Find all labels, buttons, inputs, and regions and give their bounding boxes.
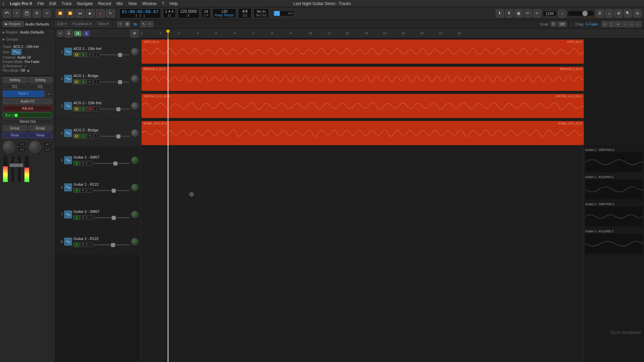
stereo-out-btn[interactable]: Stereo Out bbox=[3, 119, 52, 124]
menu-view[interactable]: View bbox=[128, 1, 137, 6]
record-btn-2[interactable]: R bbox=[87, 79, 93, 84]
flex-arrow[interactable]: ◀ bbox=[26, 69, 29, 72]
fader-line-7[interactable] bbox=[94, 217, 130, 218]
waveform-clip-1[interactable]: 15TH_01.4 15TH_01.4 bbox=[142, 40, 584, 64]
mute-btn-3[interactable]: M bbox=[73, 107, 79, 111]
fader-line-2[interactable] bbox=[100, 81, 130, 82]
speaker-btn[interactable]: ♪ bbox=[558, 9, 566, 17]
eq-btn-2[interactable]: EQ bbox=[28, 84, 52, 89]
fader-handle-1[interactable] bbox=[118, 53, 122, 57]
read-btn-2[interactable]: Read bbox=[28, 132, 52, 138]
help-btn[interactable]: ? bbox=[13, 9, 21, 17]
toggle-btn2[interactable]: | bbox=[608, 21, 614, 27]
record-btn-4[interactable]: R bbox=[87, 134, 93, 138]
timeline-ruler[interactable]: 1 2 3 4 5 6 7 8 9 10 11 12 13 14 15 16 1 bbox=[141, 29, 644, 38]
adlimit-btn[interactable]: AdLimit bbox=[3, 106, 52, 111]
menu-edit[interactable]: Edit bbox=[49, 1, 56, 6]
waveform-clip-4[interactable]: bridge_10.6_01.4 bridge_10.6_01.4 bbox=[142, 121, 584, 145]
read-btn-1[interactable]: Read bbox=[3, 132, 27, 138]
waveform-track-7[interactable] bbox=[141, 201, 584, 228]
input-btn[interactable]: Input 1 bbox=[3, 90, 44, 97]
pan-knob-track-1[interactable] bbox=[131, 48, 139, 55]
setting-btn-2[interactable]: Setting bbox=[28, 77, 52, 83]
setting-btn-1[interactable]: Setting bbox=[3, 77, 27, 83]
comp-btn[interactable]: ▦ bbox=[515, 9, 523, 17]
arrow-tool[interactable]: ↖ bbox=[141, 21, 147, 27]
export-btn[interactable]: ⬆ bbox=[505, 9, 513, 17]
fader-thumb-1[interactable] bbox=[10, 164, 16, 167]
solo-btn-1[interactable]: S bbox=[80, 52, 86, 57]
mixer-btn[interactable]: ☰ bbox=[596, 9, 604, 17]
record-btn-5[interactable]: R bbox=[80, 161, 86, 166]
waveform-track-6[interactable] bbox=[141, 174, 584, 201]
input-monitor-1[interactable]: I bbox=[94, 52, 100, 57]
toggle-btn6[interactable]: ← bbox=[635, 21, 641, 27]
fader-line-5[interactable] bbox=[94, 163, 130, 164]
pan-knob-track-4[interactable] bbox=[131, 129, 139, 137]
piano-btn[interactable]: ♫ bbox=[605, 9, 613, 17]
snap-value[interactable]: Off bbox=[557, 21, 567, 27]
solo-btn-6[interactable]: S bbox=[73, 188, 79, 193]
master-fader[interactable] bbox=[568, 11, 594, 16]
mute-btn-2[interactable]: M bbox=[73, 79, 79, 84]
toggle-btn4[interactable]: ↕ bbox=[622, 21, 628, 27]
fader-handle-2[interactable] bbox=[118, 80, 122, 84]
fader-handle-4[interactable] bbox=[116, 134, 120, 138]
edit-btn2[interactable]: Edit ▾ bbox=[55, 21, 69, 27]
fader-line-3[interactable] bbox=[100, 109, 130, 110]
solo-btn-3[interactable]: S bbox=[80, 107, 86, 111]
align-left-btn[interactable]: ⊣ bbox=[117, 21, 123, 27]
waveform-track-2[interactable]: BRIDGE 2_01.4 BRIDGE 2_01.4 bbox=[141, 65, 584, 93]
input-monitor-5[interactable]: I bbox=[87, 161, 93, 166]
settings-btn[interactable]: ⚙ bbox=[33, 9, 41, 17]
toggle-btn5[interactable]: → bbox=[629, 21, 635, 27]
solo-btn-2[interactable]: S bbox=[80, 79, 86, 84]
cycle-btn[interactable]: ↻ bbox=[106, 9, 115, 17]
menu-track[interactable]: Track bbox=[62, 1, 72, 6]
menu-help[interactable]: Help bbox=[169, 1, 178, 6]
waveform-track-8[interactable] bbox=[141, 228, 584, 255]
record-btn-8[interactable]: R bbox=[80, 242, 86, 247]
drag-value[interactable]: X-Fade bbox=[586, 22, 598, 26]
time-display[interactable]: 01:00:05:00.07 3 3 1 bbox=[119, 8, 161, 18]
pan-knob-track-6[interactable] bbox=[131, 184, 139, 191]
fader-line-4[interactable] bbox=[100, 136, 130, 137]
input-monitor-2[interactable]: I bbox=[94, 79, 100, 84]
flex-btn[interactable]: ⊟ bbox=[633, 9, 641, 17]
pan-knob-track-3[interactable] bbox=[131, 102, 139, 110]
waveform-track-5[interactable] bbox=[141, 147, 584, 174]
config-btn[interactable]: ⚙ bbox=[130, 29, 139, 38]
input-monitor-8[interactable]: I bbox=[87, 242, 93, 247]
pan-knob-1[interactable] bbox=[3, 141, 15, 153]
input-monitor-6[interactable]: I bbox=[87, 188, 93, 193]
solo-btn-7[interactable]: S bbox=[73, 215, 79, 220]
input-monitor-4[interactable]: I bbox=[94, 134, 100, 138]
prev-btn[interactable]: ⏮ bbox=[76, 9, 85, 17]
audio-fx-btn[interactable]: Audio FX bbox=[3, 99, 52, 104]
search-btn2[interactable]: 🔍 bbox=[624, 9, 632, 17]
play-btn[interactable]: ▶ bbox=[86, 9, 95, 17]
waveform-track-3[interactable]: 15th fret_11.6_01.4 15th fret_11.6_01.4 bbox=[141, 93, 584, 120]
menu-navigate[interactable]: Navigate bbox=[77, 1, 93, 6]
fader-handle-8[interactable] bbox=[111, 243, 115, 247]
waveform-clip-3[interactable]: 15th fret_11.6_01.4 15th fret_11.6_01.4 bbox=[142, 94, 584, 118]
menu-help-num[interactable]: ? bbox=[162, 1, 164, 6]
input-monitor-3[interactable]: I bbox=[94, 107, 100, 111]
h-btn[interactable]: H bbox=[74, 31, 82, 36]
menu-window[interactable]: Window bbox=[142, 1, 157, 6]
toggle-btn1[interactable]: ≡ bbox=[602, 21, 608, 27]
list-view-btn[interactable]: ☰ bbox=[65, 29, 73, 38]
link-btn[interactable]: ∞ bbox=[46, 90, 52, 97]
region-triangle[interactable]: ▶ bbox=[3, 31, 5, 34]
group-btn-1[interactable]: Group bbox=[3, 125, 27, 131]
menu-file[interactable]: File bbox=[38, 1, 44, 6]
fast-forward-btn[interactable]: ⏩ bbox=[66, 9, 74, 17]
fader-track-2[interactable] bbox=[17, 156, 21, 182]
eq-btn-1[interactable]: EQ bbox=[3, 84, 27, 89]
snap-toggle[interactable]: ⊙ bbox=[551, 21, 556, 27]
scissors-btn[interactable]: ✄ bbox=[533, 9, 541, 17]
fader-line-8[interactable] bbox=[94, 244, 130, 245]
waveform-track-1[interactable]: 15TH_01.4 15TH_01.4 bbox=[141, 38, 584, 65]
menu-mix[interactable]: Mix bbox=[116, 1, 123, 6]
record-btn[interactable]: ● bbox=[96, 9, 105, 17]
